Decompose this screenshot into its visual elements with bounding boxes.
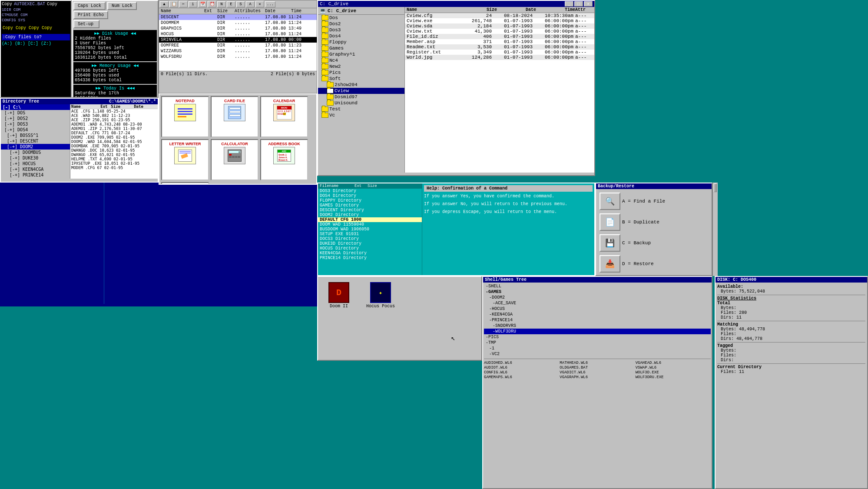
dt-file-doom2-exe[interactable]: DOOM2 .EXE 709,905 02-01-95 xyxy=(70,135,158,140)
tree-item-descent[interactable]: [-+] DESCENT xyxy=(1,138,70,144)
tree-new2[interactable]: New2 xyxy=(318,63,404,70)
tree-cview[interactable]: Cview xyxy=(318,88,404,94)
tb-size[interactable]: S xyxy=(236,1,245,7)
fmb-duke3d[interactable]: DUKE3D Directory xyxy=(318,241,422,246)
cview-file-Cview-exe[interactable]: Cview.exe 261,748 01-07-1993 06:00:00pm … xyxy=(405,18,594,23)
caps-lock-btn[interactable]: Caps Lock xyxy=(73,2,106,10)
cview-file-readme[interactable]: Readme.txt 3,530 01-07-1993 06:00:00pm a… xyxy=(405,44,594,50)
tb-delete[interactable]: ✕ xyxy=(255,1,264,7)
tree-floppy[interactable]: Floppy xyxy=(318,39,404,45)
dup-icon[interactable]: 📄 xyxy=(600,213,620,231)
tree-dos3[interactable]: Dos3 xyxy=(318,27,404,33)
backup-icon[interactable]: 💾 xyxy=(600,234,620,252)
shell-item-keen4cga3[interactable]: -KEEN4CGA xyxy=(484,312,711,317)
dt-file-helpme[interactable]: HELPME .TXT 4,690 02-01-95 xyxy=(70,157,158,161)
tree-item-quake[interactable]: [-+] QUAKE xyxy=(1,178,70,179)
dt-file-ipxsetup[interactable]: IPXSETUP .EXE 18,051 02-01-95 xyxy=(70,161,158,166)
cview-file-Cview-cfg[interactable]: Cview.cfg 24 08-18-2024 10:35:30am a--- xyxy=(405,13,594,18)
shell-item-wolf3dru[interactable]: -WOLF3DRU xyxy=(484,329,711,334)
tree-item-dos3[interactable]: [-+] DOS3 xyxy=(1,121,70,127)
dt-file-ademo1-zip[interactable]: ADEMO1 .ZIP 2,176,503 11-30-07 xyxy=(70,126,158,131)
fm-file-wolfsdru[interactable]: WOLFSDRUDIR ......17.08.80 11:24 xyxy=(159,54,317,60)
tree-item-keen4cga[interactable]: [-+] KEEN4CGA xyxy=(1,166,70,172)
fm-file-graphics[interactable]: GRAPHICSDIR ......17.08.80 13:49 xyxy=(159,26,317,31)
tree-item-bosss[interactable]: [-+] BOSSS^1 xyxy=(1,133,70,138)
cview-file-member[interactable]: Member.asp 371 01-07-1993 06:00:00pm a--… xyxy=(405,39,594,44)
dt-file-ace-zip[interactable]: ACE .ZIP 250,191 01-23-95 xyxy=(70,118,158,122)
tree-test[interactable]: Test xyxy=(318,106,404,112)
tb-attr[interactable]: i xyxy=(189,1,197,7)
shell-item-acesave[interactable]: -ACE_SAVE xyxy=(484,300,711,306)
tree-item-duke30[interactable]: [-+] DUKE30 xyxy=(1,155,70,161)
tb-up[interactable]: ▲ xyxy=(160,1,169,7)
fm-file-selected[interactable]: SRINVELADIR ......17.08.80 00:00 xyxy=(159,37,317,43)
tree-dos[interactable]: Dos xyxy=(318,15,404,21)
setup-btn[interactable]: Set-up xyxy=(73,20,99,28)
fmb-doom-wad[interactable]: DOOM WAD 11559040 xyxy=(318,222,422,227)
shell-item-doom2-2[interactable]: -DOOM2 xyxy=(484,295,711,300)
dt-file-default[interactable]: DEFAULT .CFG 771 08-17-24 xyxy=(70,131,158,135)
fmb-setup[interactable]: SETUP EXE 91931 xyxy=(318,232,422,236)
dt-file-modem[interactable]: MODEM .CFG 67 02-01-95 xyxy=(70,166,158,170)
fmb-floppy[interactable]: FLOPPY Directory xyxy=(318,198,422,203)
fm-file-doommem[interactable]: DOOMMEMDIR ......17.08.80 11:24 xyxy=(159,20,317,26)
cview-close[interactable]: × xyxy=(584,1,593,7)
tree-nc4[interactable]: Nc4 xyxy=(318,57,404,63)
tree-item-doombus[interactable]: [-+] DOOMBUS xyxy=(1,150,70,155)
dt-file-dwango-exe[interactable]: DWANGO .EXE 65,021 02-01-95 xyxy=(70,153,158,157)
tree-graphvy[interactable]: Graphvy^1 xyxy=(318,51,404,57)
dt-file-dwango-doc[interactable]: DWANGO .DOC 10,623 02-01-95 xyxy=(70,148,158,153)
tb-time[interactable]: ⏰ xyxy=(208,1,216,7)
app-addressbook[interactable]: ADDRESS BOOK ABC Smith J. Jones A. Brown… xyxy=(260,139,308,180)
app-calendar[interactable]: CALENDAR MON 1234567 891017 xyxy=(260,96,308,137)
fmb-games[interactable]: GAMES Directory xyxy=(318,203,422,208)
tree-vc[interactable]: Vc xyxy=(318,112,404,118)
fm-file-hocus[interactable]: HOCUSDIR ......17.08.80 11:24 xyxy=(159,31,317,37)
dt-file-ace-wad[interactable]: ACE .WAD 540,882 11-12-23 xyxy=(70,113,158,118)
tree-soft[interactable]: Soft xyxy=(318,76,404,82)
fm-file-descent[interactable]: DESCENTDIR ......17.08.80 11:24 xyxy=(159,14,317,20)
shell-item-1[interactable]: -1 xyxy=(484,346,711,351)
right-scrollbar[interactable] xyxy=(712,183,718,276)
shell-item-hocus3[interactable]: -HOCUS xyxy=(484,306,711,312)
find-icon[interactable]: 🔍 xyxy=(600,193,620,210)
dt-file-ademo1-wad[interactable]: ADEMO1 .WAD 4,743,248 08-23-00 xyxy=(70,122,158,126)
desktop-icon-doom2[interactable]: D Doom II xyxy=(321,280,356,310)
fmb-keen4[interactable]: KEEN4CGA Directory xyxy=(318,251,422,256)
tree-dosmid97[interactable]: Dosmid97 xyxy=(318,94,404,100)
tree-item-dos2[interactable]: [-+] DOS2 xyxy=(1,116,70,121)
desktop-icon-hocuspocus[interactable]: ✦ Hocus Pocus xyxy=(363,280,398,310)
tree-games[interactable]: Games xyxy=(318,45,404,51)
shell-item-pics[interactable]: -PICS xyxy=(484,334,711,340)
cview-file-world[interactable]: World.jpg 124,286 01-07-1993 06:00:00pm … xyxy=(405,55,594,60)
fmb-hocus3[interactable]: HOCUS Directory xyxy=(318,246,422,251)
app-clock[interactable]: CLOCK 🕐 xyxy=(161,182,209,185)
fm-file-oomfree[interactable]: OOMFREEDIR ......17.08.80 11:23 xyxy=(159,43,317,48)
tb-attrs[interactable]: A xyxy=(246,1,255,7)
dt-file-doom2-wad[interactable]: DOOM2 .WAD 14,604,584 02-01-95 xyxy=(70,140,158,144)
app-calculator[interactable]: CALCULATOR 0 xyxy=(211,139,258,180)
tb-date[interactable]: 📅 xyxy=(198,1,207,7)
fmb-dos4[interactable]: DOS4 Directory xyxy=(318,193,422,198)
tree-unisound[interactable]: Unisound xyxy=(318,100,404,106)
num-lock-btn[interactable]: Num Lock xyxy=(107,2,137,10)
fmb-default-cfg[interactable]: DEFAULT CFG 1000 xyxy=(318,217,422,222)
tb-move[interactable]: ✂ xyxy=(179,1,188,7)
fmb-dos3[interactable]: DOS3 Directory xyxy=(318,189,422,193)
shell-item-shell[interactable]: -SHELL xyxy=(484,283,711,289)
tb-more[interactable]: ... xyxy=(265,1,275,7)
tb-copy[interactable]: 📋 xyxy=(169,1,178,7)
tree-root[interactable]: [-] C:\ xyxy=(1,104,70,110)
print-echo-btn[interactable]: Print Echo xyxy=(73,11,108,19)
restore-icon[interactable]: 📥 xyxy=(600,255,620,273)
cview-minimize[interactable]: _ xyxy=(565,1,573,7)
app-cardfile[interactable]: CARD FILE xyxy=(211,96,258,137)
tree-item-dos[interactable]: [-+] DOS xyxy=(1,110,70,116)
fmb-docs3[interactable]: DOCS3 Directory xyxy=(318,236,422,241)
shell-item-tmp[interactable]: -TMP xyxy=(484,340,711,346)
fmb-prince14[interactable]: PRINCE14 Directory xyxy=(318,256,422,260)
shell-item-games[interactable]: -GAMES xyxy=(484,289,711,295)
shell-item-prince14-2[interactable]: -PRINCE14 xyxy=(484,317,711,323)
cview-file-fileid[interactable]: File_id.diz 406 01-07-1993 06:00:00pm a-… xyxy=(405,34,594,39)
tb-ext[interactable]: E xyxy=(227,1,235,7)
